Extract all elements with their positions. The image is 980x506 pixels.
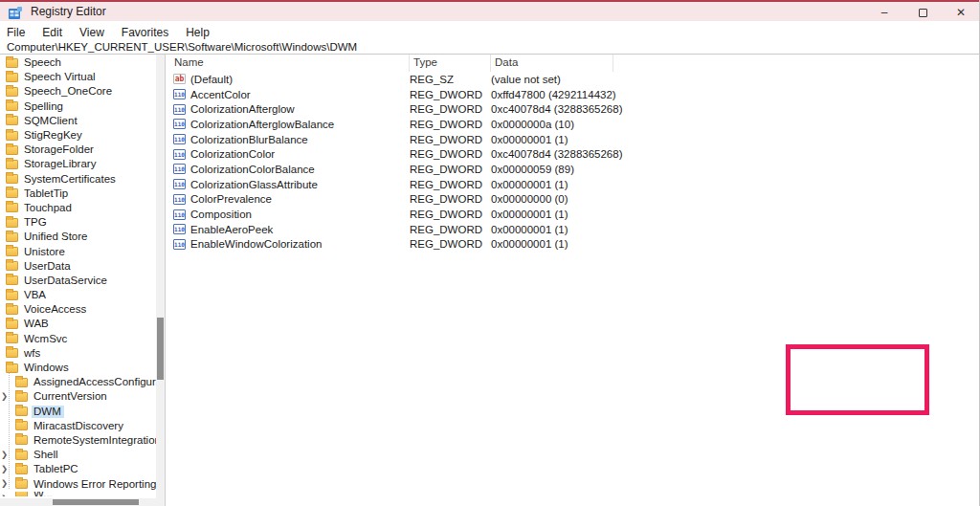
value-row[interactable]: 110ColorizationGlassAttributeREG_DWORD0x… [170, 177, 980, 192]
column-header-name[interactable]: Name [170, 55, 410, 72]
tree-item-label: wfs [22, 347, 43, 360]
tree-item-label: W... [32, 492, 56, 496]
value-row[interactable]: 110AccentColorREG_DWORD0xffd47800 (42921… [170, 87, 980, 102]
value-row[interactable]: 110ColorPrevalenceREG_DWORD0x00000000 (0… [170, 192, 980, 208]
tree-item-label: UserData [22, 260, 74, 273]
tree-item-shell[interactable]: ❯Shell [0, 448, 156, 462]
folder-icon [15, 407, 28, 416]
folder-icon [6, 334, 18, 343]
value-name-cell: 110EnableAeroPeek [170, 224, 410, 235]
folder-icon [6, 174, 18, 184]
menu-item-view[interactable]: View [71, 24, 113, 41]
folder-icon [6, 87, 18, 97]
tree-item-label: DWM [32, 406, 64, 418]
tree-item-speech-virtual[interactable]: Speech Virtual [0, 70, 156, 84]
menu-item-file[interactable]: File [0, 24, 33, 41]
folder-icon [6, 363, 18, 373]
maximize-button[interactable] [903, 3, 942, 22]
tree-item-unified-store[interactable]: Unified Store [0, 230, 156, 244]
menu-item-favorites[interactable]: Favorites [113, 24, 177, 41]
tree-item-assignedaccessconfiguration[interactable]: AssignedAccessConfiguration [0, 375, 156, 389]
horizontal-scrollbar-thumb[interactable] [53, 499, 139, 505]
reg-dword-icon: 110 [173, 134, 186, 144]
value-row[interactable]: 110CompositionREG_DWORD0x00000001 (1) [170, 207, 980, 222]
list-header-row: NameTypeData [170, 55, 980, 72]
folder-icon [6, 145, 18, 155]
chevron-right-icon[interactable]: ❯ [1, 392, 9, 401]
menu-item-edit[interactable]: Edit [33, 24, 71, 41]
tree-item-miracastdiscovery[interactable]: MiracastDiscovery [0, 419, 156, 433]
minimize-button[interactable]: – [865, 3, 903, 22]
tree-item-sqmclient[interactable]: SQMClient [0, 114, 156, 128]
value-data: 0xffd47800 (4292114432) [491, 89, 980, 100]
address-bar[interactable]: Computer\HKEY_CURRENT_USER\Software\Micr… [0, 40, 980, 55]
tree-item-w-[interactable]: ❯W... [0, 492, 156, 496]
value-data: 0x00000001 (1) [491, 209, 980, 220]
reg-sz-icon: ab [173, 74, 186, 84]
value-type: REG_DWORD [410, 89, 491, 100]
column-header-data[interactable]: Data [491, 55, 613, 72]
reg-dword-icon: 110 [173, 119, 186, 129]
value-row[interactable]: 110ColorizationColorREG_DWORD0xc40078d4 … [170, 146, 980, 162]
value-row[interactable]: 110ColorizationColorBalanceREG_DWORD0x00… [170, 162, 980, 177]
value-row[interactable]: ab(Default)REG_SZ(value not set) [170, 72, 980, 87]
tree-item-label: WcmSvc [22, 333, 70, 345]
tree-item-wcmsvc[interactable]: WcmSvc [0, 332, 156, 346]
menu-item-help[interactable]: Help [177, 24, 218, 41]
tree-item-currentversion[interactable]: ❯CurrentVersion [0, 389, 156, 404]
value-row[interactable]: 110EnableWindowColorizationREG_DWORD0x00… [170, 237, 980, 253]
tree-item-speech-onecore[interactable]: Speech_OneCore [0, 84, 156, 99]
tree-item-storagelibrary[interactable]: StorageLibrary [0, 157, 156, 171]
folder-icon [15, 435, 28, 445]
value-name-cell: ab(Default) [170, 74, 410, 85]
value-data: 0x0000000a (10) [491, 119, 980, 130]
tree-vertical-scrollbar [156, 55, 165, 506]
tree-item-label: RemoteSystemIntegration [32, 434, 164, 447]
tree-item-windows-error-reporting[interactable]: ❯Windows Error Reporting [0, 476, 156, 491]
tree-item-spelling[interactable]: Spelling [0, 99, 156, 114]
value-type: REG_DWORD [410, 238, 491, 250]
value-row[interactable]: 110ColorizationAfterglowBalanceREG_DWORD… [170, 117, 980, 132]
chevron-right-icon[interactable]: ❯ [1, 465, 9, 473]
chevron-right-icon[interactable]: ❯ [1, 451, 9, 459]
tree-item-unistore[interactable]: Unistore [0, 244, 156, 258]
tree-item-vba[interactable]: VBA [0, 288, 156, 302]
tree-item-userdata[interactable]: UserData [0, 259, 156, 274]
tree-item-voiceaccess[interactable]: VoiceAccess [0, 302, 156, 317]
chevron-right-icon[interactable]: ❯ [1, 495, 9, 496]
tree-item-label: TPG [22, 216, 50, 229]
tree-item-speech[interactable]: Speech [0, 55, 156, 70]
tree-item-label: StorageFolder [22, 143, 97, 156]
reg-dword-icon: 110 [173, 224, 186, 234]
folder-icon [6, 247, 18, 256]
tree-item-userdataservice[interactable]: UserDataService [0, 274, 156, 288]
folder-icon [15, 465, 28, 474]
tree-item-remotesystemintegration[interactable]: RemoteSystemIntegration [0, 433, 156, 448]
tree-item-systemcertificates[interactable]: SystemCertificates [0, 172, 156, 187]
tree-item-tabletpc[interactable]: ❯TabletPC [0, 462, 156, 476]
close-button[interactable]: ✕ [942, 3, 980, 22]
menu-bar: FileEditViewFavoritesHelp [0, 23, 980, 41]
value-name: EnableWindowColorization [190, 238, 322, 250]
tree-item-storagefolder[interactable]: StorageFolder [0, 143, 156, 157]
chevron-right-icon[interactable]: ❯ [1, 479, 9, 488]
value-row[interactable]: 110ColorizationBlurBalanceREG_DWORD0x000… [170, 132, 980, 147]
tree-item-stigregkey[interactable]: StigRegKey [0, 128, 156, 143]
vertical-scrollbar-thumb[interactable] [157, 318, 164, 380]
tree-item-tpg[interactable]: TPG [0, 215, 156, 230]
tree-item-wab[interactable]: WAB [0, 317, 156, 331]
value-name-cell: 110EnableWindowColorization [170, 238, 410, 250]
tree-item-windows[interactable]: Windows [0, 361, 156, 375]
value-data: 0xc40078d4 (3288365268) [491, 148, 980, 160]
value-name-cell: 110ColorizationColorBalance [170, 164, 410, 175]
tree-item-tablettip[interactable]: TabletTip [0, 187, 156, 201]
tree-item-touchpad[interactable]: Touchpad [0, 201, 156, 215]
tree-item-dwm[interactable]: DWM [0, 405, 156, 419]
folder-icon [6, 291, 18, 300]
folder-icon [6, 116, 18, 125]
folder-icon [6, 203, 18, 212]
column-header-type[interactable]: Type [410, 55, 491, 72]
tree-item-wfs[interactable]: wfs [0, 346, 156, 361]
value-row[interactable]: 110ColorizationAfterglowREG_DWORD0xc4007… [170, 101, 980, 117]
value-row[interactable]: 110EnableAeroPeekREG_DWORD0x00000001 (1) [170, 222, 980, 237]
